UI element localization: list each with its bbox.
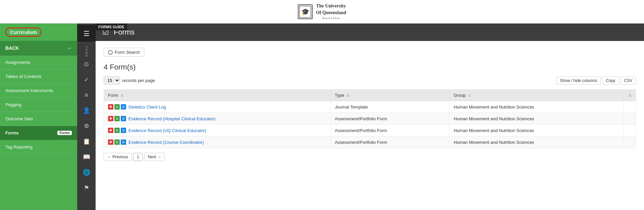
column-group-label: Group <box>453 93 466 98</box>
form-cell-1: ✱ A A Evidence Record (Hospital Clinical… <box>104 113 331 125</box>
records-per-page-select[interactable]: 15 25 50 <box>104 76 120 85</box>
form-name-3[interactable]: Evidence Record (Course Coordinator) <box>128 140 204 145</box>
group-cell-3: Human Movement and Nutrition Sciences <box>449 136 624 148</box>
type-cell-3: Assessment/Portfolio Form <box>331 136 449 148</box>
forms-badge: Forms <box>57 131 72 135</box>
sidebar-curriculum-header: Curriculum <box>0 24 77 41</box>
group-cell-1: Human Movement and Nutrition Sciences <box>449 113 624 125</box>
column-type-label: Type <box>335 93 344 98</box>
sidebar-item-assessment-instruments[interactable]: Assessment Instruments <box>0 84 77 98</box>
extra-sort-icon[interactable]: ⇅ <box>629 94 632 97</box>
records-left: 15 25 50 records per page <box>104 76 155 85</box>
form-search-button[interactable]: Form Search <box>104 48 144 57</box>
group-cell-0: Human Movement and Nutrition Sciences <box>449 101 624 113</box>
column-type: Type ⇅ <box>331 90 449 101</box>
csv-btn[interactable]: CSV <box>620 77 636 85</box>
sidebar-item-label: Assignments <box>5 60 30 65</box>
sidebar-icon-8[interactable]: ⚑ <box>83 180 90 196</box>
back-label: BACK <box>5 45 19 51</box>
sidebar-icon-2[interactable]: ≡ <box>83 88 90 103</box>
column-form: Form ⇅ <box>104 90 331 101</box>
sidebar-item-label: Tag Reporting <box>5 144 33 150</box>
form-cell-0: ✱ A A Dietetics Client Log <box>104 101 331 113</box>
pagination-row: ← Previous 1 Next → <box>104 153 636 161</box>
menu-label: MENU <box>85 45 88 57</box>
forms-guide-tooltip: FORMS GUIDE <box>96 24 127 30</box>
back-arrow-icon: → <box>66 45 72 51</box>
row-icon-green-1: A <box>114 116 120 121</box>
sidebar-green: Curriculum BACK → AssignmentsTables of C… <box>0 24 77 210</box>
form-name-2[interactable]: Evidence Record (UQ Clinical Educator) <box>128 128 206 133</box>
menu-toggle-btn[interactable]: ☰ <box>77 25 96 42</box>
type-cell-1: Assessment/Portfolio Form <box>331 113 449 125</box>
sidebar-icons: FORMS GUIDE ☰ MENU ⊙✓≡👤⚙📋📖🌐⚑ <box>77 24 96 210</box>
sidebar-item-assignments[interactable]: Assignments <box>0 55 77 70</box>
form-sort-icon[interactable]: ⇅ <box>121 94 123 97</box>
sidebar-nav: AssignmentsTables of ContentsAssessment … <box>0 55 77 154</box>
university-logo: 🎓 The University Of Queensland Australia <box>298 3 346 20</box>
extra-cell-0 <box>624 101 636 113</box>
records-per-page-label: records per page <box>122 78 155 83</box>
logo-crest: 🎓 <box>298 4 313 19</box>
content-body: Form Search 4 Form(s) 15 25 50 records p… <box>96 41 644 210</box>
form-search-label: Form Search <box>115 50 140 55</box>
sidebar-icon-5[interactable]: 📋 <box>83 134 90 150</box>
form-name-1[interactable]: Evidence Record (Hospital Clinical Educa… <box>128 116 215 121</box>
sidebar-icon-0[interactable]: ⊙ <box>83 57 90 72</box>
logo-text-block: The University Of Queensland Australia <box>316 3 346 20</box>
sidebar-icon-7[interactable]: 🌐 <box>83 165 90 180</box>
next-page-btn[interactable]: Next → <box>144 153 165 161</box>
form-cell-3: ✱ A A Evidence Record (Course Coordinato… <box>104 136 331 148</box>
forms-count: 4 Form(s) <box>104 63 636 72</box>
group-sort-icon[interactable]: ⇅ <box>468 94 471 97</box>
table-header-row: Form ⇅ Type ⇅ Group ⇅ ⇅ <box>104 90 636 101</box>
sidebar-icon-4[interactable]: ⚙ <box>83 119 90 134</box>
uni-sub: Australia <box>316 16 346 20</box>
main-layout: Curriculum BACK → AssignmentsTables of C… <box>0 24 644 210</box>
row-icon-blue-2: A <box>121 128 126 133</box>
form-search-row: Form Search <box>104 48 636 57</box>
row-icon-blue-1: A <box>121 116 126 121</box>
sidebar-item-label: Outcome Sets <box>5 116 33 121</box>
action-buttons: Show / hide columns Copy CSV <box>556 77 636 85</box>
prev-page-btn[interactable]: ← Previous <box>104 153 132 161</box>
table-row: ✱ A A Dietetics Client Log Journal Templ… <box>104 101 636 113</box>
form-name-0[interactable]: Dietetics Client Log <box>128 104 166 110</box>
sidebar-icon-3[interactable]: 👤 <box>83 103 90 119</box>
group-cell-2: Human Movement and Nutrition Sciences <box>449 125 624 136</box>
copy-btn[interactable]: Copy <box>602 77 619 85</box>
extra-cell-3 <box>624 136 636 148</box>
column-form-label: Form <box>108 93 118 98</box>
table-row: ✱ A A Evidence Record (Hospital Clinical… <box>104 113 636 125</box>
sidebar-item-label: Pegging <box>5 102 21 107</box>
show-hide-columns-btn[interactable]: Show / hide columns <box>556 77 601 85</box>
sidebar-icon-1[interactable]: ✓ <box>83 72 90 88</box>
sidebar-item-outcome-sets[interactable]: Outcome Sets <box>0 112 77 126</box>
row-icon-green-3: A <box>114 139 120 145</box>
type-sort-icon[interactable]: ⇅ <box>347 94 350 97</box>
sidebar-icon-6[interactable]: 📖 <box>83 150 90 165</box>
sidebar-item-label: Forms <box>5 130 19 135</box>
records-row: 15 25 50 records per page Show / hide co… <box>104 76 636 85</box>
page-1-btn[interactable]: 1 <box>133 153 143 161</box>
top-header: 🎓 The University Of Queensland Australia <box>0 0 644 24</box>
form-cell-2: ✱ A A Evidence Record (UQ Clinical Educa… <box>104 125 331 136</box>
extra-cell-1 <box>624 113 636 125</box>
sidebar-item-tag-reporting[interactable]: Tag Reporting <box>0 140 77 154</box>
sidebar-back-btn[interactable]: BACK → <box>0 41 77 55</box>
sidebar-item-forms[interactable]: FormsForms <box>0 126 77 140</box>
column-extra: ⇅ <box>624 90 636 101</box>
page-header: ☑ Forms <box>96 24 644 41</box>
column-group: Group ⇅ <box>449 90 624 101</box>
forms-table: Form ⇅ Type ⇅ Group ⇅ ⇅ <box>104 89 636 148</box>
uni-name: The University Of Queensland <box>316 3 346 16</box>
search-circle-icon <box>108 50 113 55</box>
row-icon-red-1: ✱ <box>108 116 113 121</box>
icon-items-list: ⊙✓≡👤⚙📋📖🌐⚑ <box>83 57 90 196</box>
sidebar-item-tables-of-contents[interactable]: Tables of Contents <box>0 70 77 84</box>
sidebar-item-pegging[interactable]: Pegging <box>0 98 77 112</box>
row-icon-blue-3: A <box>121 139 126 145</box>
type-cell-0: Journal Template <box>331 101 449 113</box>
row-icon-blue-0: A <box>121 104 126 110</box>
sidebar-item-label: Assessment Instruments <box>5 88 53 93</box>
